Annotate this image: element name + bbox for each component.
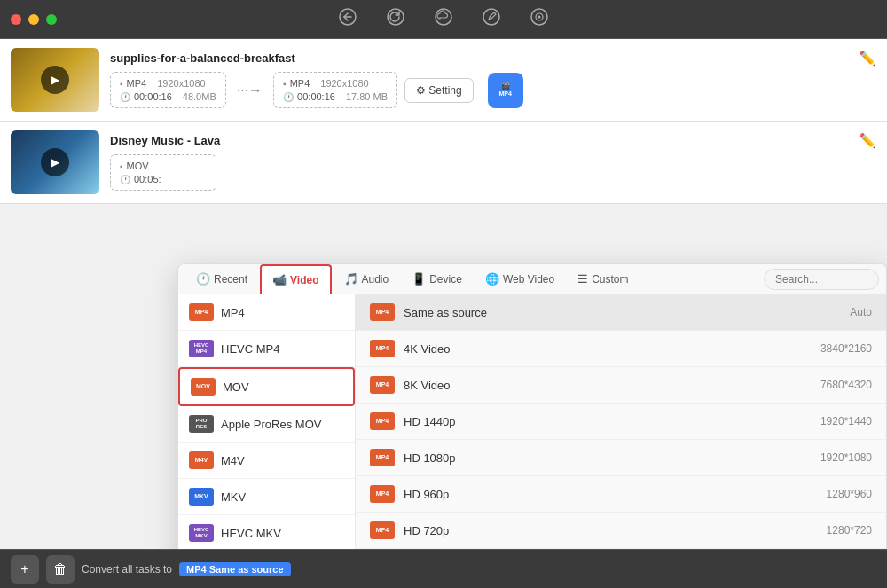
arrow-icon: ···→ [237,82,263,98]
file-info: supplies-for-a-balanced-breakfast ▪MP419… [99,51,876,108]
resolution-list: MP4 Same as source Auto MP4 4K Video 384… [356,294,886,549]
file-row: ▶ Disney Music - Lava ▪MOV 🕐00:05: ✏️ [0,122,887,204]
res-format-icon: MP4 [370,521,395,539]
format-body: MP4 MP4 HEVCMP4 HEVC MP4 MOV MOV [178,294,886,549]
format-list: MP4 MP4 HEVCMP4 HEVC MP4 MOV MOV [178,294,356,549]
file-name: Disney Music - Lava [110,134,866,147]
res-item[interactable]: MP4 Same as source Auto [356,294,886,331]
recent-icon: 🕐 [196,272,210,286]
res-item[interactable]: MP4 HD 960p 1280*960 [356,476,886,513]
media-nav-icon[interactable] [526,4,553,35]
device-icon: 📱 [412,272,426,286]
nav-icons [334,4,553,35]
file-name: supplies-for-a-balanced-breakfast [110,51,866,65]
play-button[interactable]: ▶ [41,66,69,94]
res-item[interactable]: MP4 HD 1440p 1920*1440 [356,404,886,440]
thumbnail: ▶ [11,48,99,112]
edit-pencil-icon[interactable]: ✏️ [859,132,876,149]
back-nav-icon[interactable] [334,4,361,35]
res-item[interactable]: MP4 8K Video 7680*4320 [356,367,886,404]
tab-custom[interactable]: ☰ Custom [567,265,639,293]
trash-button[interactable]: 🗑 [46,555,75,584]
format-icon-large: 🎬 MP4 [488,73,523,108]
format-search-input[interactable] [764,269,879,290]
close-button[interactable] [11,14,21,25]
src-meta-box: ▪MP41920x1080 🕐00:00:1648.0MB [110,72,226,108]
file-meta-row: ▪MOV 🕐00:05: [110,154,866,191]
format-dropdown: 🕐 Recent 📹 Video 🎵 Audio 📱 Device 🌐 [177,263,887,549]
list-item[interactable]: MOV MOV [178,367,355,406]
res-item[interactable]: MP4 HD 1080p 1920*1080 [356,440,886,476]
mkv-icon: MKV [189,488,214,506]
m4v-icon: M4V [189,451,214,469]
src-meta-box: ▪MOV 🕐00:05: [110,154,216,191]
video-icon: 📹 [272,273,287,286]
res-format-icon: MP4 [370,485,395,503]
list-item[interactable]: M4V M4V [178,443,355,479]
thumbnail: ▶ [11,130,99,194]
svg-point-6 [538,16,541,19]
format-tabs: 🕐 Recent 📹 Video 🎵 Audio 📱 Device 🌐 [178,264,886,294]
dst-meta-box: ▪MP41920x1080 🕐00:00:1617.80 MB [273,72,397,108]
convert-badge: MP4 Same as source [179,562,290,576]
list-item[interactable]: MKV MKV [178,479,355,515]
titlebar [0,0,887,39]
res-format-icon: MP4 [370,412,395,430]
tab-webvideo[interactable]: 🌐 Web Video [475,265,565,293]
apple-mov-icon: PRORES [189,415,214,433]
file-meta-row: ▪MP41920x1080 🕐00:00:1648.0MB ···→ ▪MP41… [110,72,866,108]
tab-audio[interactable]: 🎵 Audio [334,265,400,293]
svg-point-3 [483,9,499,25]
res-format-icon: MP4 [370,340,395,357]
hevc-mkv-icon: HEVCMKV [189,524,214,542]
list-item[interactable]: HEVCMP4 HEVC MP4 [178,331,355,367]
list-item[interactable]: PRORES Apple ProRes MOV [178,406,355,443]
mov-icon: MOV [191,378,216,396]
res-item[interactable]: MP4 4K Video 3840*2160 [356,331,886,367]
tab-device[interactable]: 📱 Device [401,265,473,293]
maximize-button[interactable] [46,14,57,25]
file-info: Disney Music - Lava ▪MOV 🕐00:05: [99,134,876,191]
sync-nav-icon[interactable] [382,4,409,35]
traffic-lights [11,14,57,25]
tab-video[interactable]: 📹 Video [260,264,331,294]
webvideo-icon: 🌐 [485,272,499,286]
minimize-button[interactable] [28,14,39,25]
file-row: ▶ supplies-for-a-balanced-breakfast ▪MP4… [0,39,887,122]
res-format-icon: MP4 [370,303,395,321]
cloud-nav-icon[interactable] [430,4,457,35]
mp4-icon: MP4 [189,303,214,321]
custom-icon: ☰ [577,272,588,286]
add-button[interactable]: + [11,555,39,584]
play-button[interactable]: ▶ [41,148,69,176]
tab-recent[interactable]: 🕐 Recent [185,265,258,293]
convert-all-label: Convert all tasks to [82,563,172,576]
list-item[interactable]: HEVCMKV HEVC MKV [178,515,355,549]
audio-icon: 🎵 [344,272,358,286]
list-item[interactable]: MP4 MP4 [178,294,355,331]
edit-pencil-icon[interactable]: ✏️ [859,50,876,67]
res-format-icon: MP4 [370,449,395,466]
bottom-bar: + 🗑 Convert all tasks to MP4 Same as sou… [0,549,887,588]
res-format-icon: MP4 [370,376,395,394]
hevc-mp4-icon: HEVCMP4 [189,340,214,357]
edit-nav-icon[interactable] [478,4,505,35]
main-content: ▶ supplies-for-a-balanced-breakfast ▪MP4… [0,39,887,549]
res-item[interactable]: MP4 HD 720p 1280*720 [356,513,886,549]
setting-button[interactable]: ⚙ trueSetting [404,78,474,103]
